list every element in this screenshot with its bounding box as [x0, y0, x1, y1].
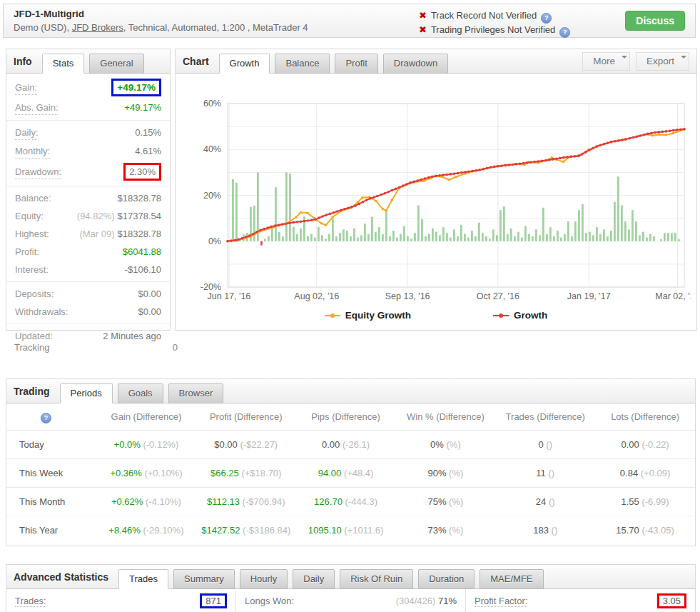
- profit-row: Profit: $6041.88: [6, 243, 170, 261]
- tab-browser[interactable]: Browser: [168, 383, 224, 403]
- col-lots: Lots (Difference): [595, 403, 695, 431]
- abs-gain-row: Abs. Gain: +49.17%: [6, 99, 170, 117]
- trading-panel-head: Trading Periods Goals Browser: [6, 379, 695, 403]
- trades-stat-value: 871: [206, 596, 221, 606]
- divider: [6, 323, 170, 324]
- daily-value: 0.15%: [135, 126, 161, 139]
- tab-drawdown[interactable]: Drawdown: [383, 54, 448, 74]
- legend-equity-growth-label: Equity Growth: [345, 310, 411, 321]
- info-panel-title: Info: [14, 56, 32, 67]
- table-row-this-month: This Month +0.62% (-4.10%) $112.13 (-$70…: [6, 488, 695, 516]
- drawdown-label[interactable]: Drawdown:: [15, 165, 61, 179]
- tab-mae-mfe[interactable]: MAE/MFE: [480, 569, 543, 589]
- svg-text:60%: 60%: [203, 99, 221, 109]
- col-trades: Trades (Difference): [495, 403, 595, 431]
- longs-won-label: Longs Won:: [245, 596, 294, 606]
- track-record-row: ✖Track Record Not Verified?: [419, 9, 570, 23]
- advanced-statistics-panel: Advanced Statistics Trades Summary Hourl…: [6, 564, 696, 612]
- chart-panel: Chart Growth Balance Profit Drawdown Mor…: [175, 49, 697, 331]
- tab-goals[interactable]: Goals: [118, 383, 163, 403]
- tab-risk-of-ruin[interactable]: Risk Of Ruin: [340, 569, 413, 589]
- svg-text:40%: 40%: [203, 144, 221, 154]
- help-icon[interactable]: ?: [541, 13, 552, 24]
- discuss-button[interactable]: Discuss: [625, 11, 685, 31]
- profit-factor-label[interactable]: Profit Factor:: [475, 596, 527, 607]
- equity-value: (94.82%)$17378.54: [77, 209, 161, 223]
- highest-value: (Mar 09)$18328.78: [79, 227, 161, 241]
- equity-growth-marker-icon: [325, 315, 340, 316]
- trading-panel: Trading Periods Goals Browser ? Gain (Di…: [6, 378, 696, 546]
- interest-label: Interest:: [15, 263, 49, 276]
- legend-growth-label: Growth: [514, 310, 547, 321]
- table-row-this-week: This Week +0.36% (+0.10%) $66.25 (+$18.7…: [6, 459, 695, 488]
- svg-text:-20%: -20%: [201, 282, 221, 292]
- legend-item-growth[interactable]: Growth: [493, 310, 547, 321]
- chart-panel-head: Chart Growth Balance Profit Drawdown Mor…: [176, 49, 696, 74]
- page: JFD-1-Multigrid Demo (USD), JFD Brokers,…: [0, 0, 700, 612]
- tab-summary[interactable]: Summary: [173, 569, 235, 589]
- updated-value: 2 Minutes ago: [103, 329, 161, 343]
- more-dropdown-button[interactable]: More: [582, 52, 630, 71]
- daily-label[interactable]: Daily:: [15, 126, 39, 140]
- tab-trades[interactable]: Trades: [118, 569, 168, 589]
- broker-link[interactable]: JFD Brokers: [72, 22, 123, 33]
- advanced-statistics-head: Advanced Statistics Trades Summary Hourl…: [6, 565, 695, 589]
- subtitle-prefix: Demo (USD),: [14, 22, 72, 33]
- drawdown-value: 2.30%: [129, 166, 156, 177]
- not-verified-x-icon: ✖: [419, 24, 427, 35]
- tab-duration[interactable]: Duration: [418, 569, 475, 589]
- tab-balance[interactable]: Balance: [275, 54, 330, 74]
- tracking-value: 0: [173, 342, 178, 353]
- growth-marker-icon: [493, 315, 509, 316]
- col-pips: Pips (Difference): [296, 403, 396, 431]
- help-icon[interactable]: ?: [41, 413, 51, 423]
- tab-growth[interactable]: Growth: [219, 54, 270, 74]
- longs-won-cell: Longs Won: (304/426) 71%: [235, 589, 465, 612]
- svg-text:Jun 17, '16: Jun 17, '16: [208, 291, 251, 301]
- balance-label: Balance:: [15, 191, 51, 205]
- daily-row: Daily: 0.15%: [6, 124, 170, 142]
- export-dropdown-button[interactable]: Export: [636, 52, 689, 71]
- tab-general[interactable]: General: [89, 54, 143, 74]
- trades-stat-label[interactable]: Trades:: [15, 596, 46, 607]
- account-header: JFD-1-Multigrid Demo (USD), JFD Brokers,…: [3, 4, 696, 38]
- drawdown-highlight-box: 2.30%: [123, 163, 161, 181]
- drawdown-row: Drawdown: 2.30%: [6, 161, 170, 183]
- advanced-stats-row: Trades: 871 Longs Won: (304/426) 71% Pro…: [6, 589, 695, 612]
- longs-won-value: (304/426) 71%: [396, 596, 457, 606]
- monthly-value: 4.61%: [135, 144, 161, 158]
- tab-profit[interactable]: Profit: [335, 54, 377, 74]
- trades-stat-cell: Trades: 871: [6, 589, 235, 612]
- tracking-row: Tracking 0: [6, 342, 186, 353]
- legend-item-equity-growth[interactable]: Equity Growth: [325, 310, 411, 321]
- abs-gain-label[interactable]: Abs. Gain:: [15, 101, 59, 115]
- tab-daily[interactable]: Daily: [293, 569, 335, 589]
- tab-periods[interactable]: Periods: [60, 383, 113, 403]
- profit-label: Profit:: [15, 245, 39, 259]
- track-record-label: Track Record Not Verified: [431, 10, 537, 21]
- advanced-statistics-title: Advanced Statistics: [14, 571, 108, 583]
- profit-factor-cell: Profit Factor: 3.05: [465, 589, 695, 612]
- svg-text:Mar 02, '17: Mar 02, '17: [655, 291, 691, 301]
- monthly-label[interactable]: Monthly:: [15, 144, 50, 159]
- help-icon[interactable]: ?: [559, 27, 570, 38]
- periods-table: ? Gain (Difference) Profit (Difference) …: [6, 403, 695, 544]
- profit-factor-value: 3.05: [663, 596, 681, 606]
- trades-highlight-box: 871: [200, 593, 227, 608]
- gain-value: +49.17%: [117, 82, 156, 93]
- profit-value: $6041.88: [123, 245, 161, 259]
- tab-hourly[interactable]: Hourly: [240, 569, 288, 589]
- svg-text:Sep 13, '16: Sep 13, '16: [385, 291, 430, 301]
- interest-row: Interest: -$106.10: [6, 261, 170, 279]
- svg-text:Jan 19, '17: Jan 19, '17: [567, 291, 611, 301]
- chart-legend: Equity Growth Growth: [176, 310, 696, 321]
- tracking-label: Tracking: [14, 342, 49, 353]
- tab-stats[interactable]: Stats: [42, 54, 85, 74]
- deposits-label: Deposits:: [15, 287, 54, 301]
- divider: [6, 186, 170, 186]
- highest-date: (Mar 09): [79, 229, 114, 239]
- svg-text:Oct 27, '16: Oct 27, '16: [477, 291, 519, 301]
- svg-text:20%: 20%: [203, 191, 221, 201]
- account-title: JFD-1-Multigrid: [14, 9, 84, 19]
- gain-label[interactable]: Gain:: [15, 81, 37, 95]
